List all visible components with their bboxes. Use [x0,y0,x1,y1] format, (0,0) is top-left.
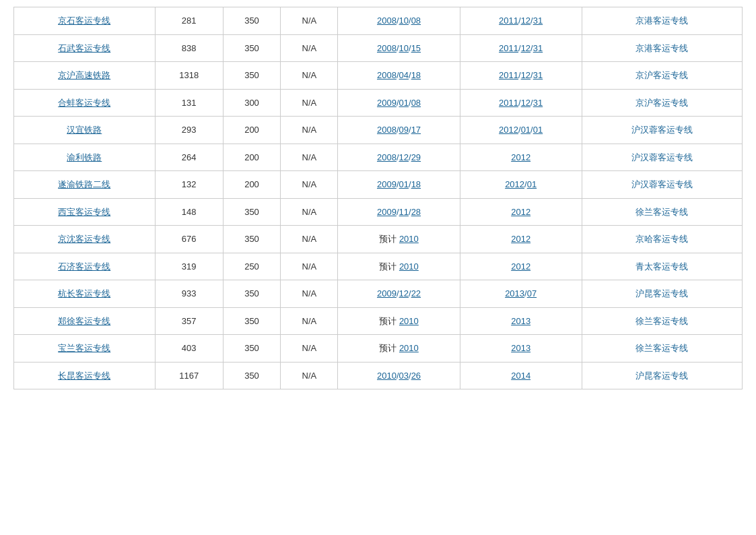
table-row: 遂渝铁路二线 132 200 N/A 2009/01/18 2012/01 沪汉… [14,171,743,199]
railway-length: 281 [155,7,223,35]
railway-length: 264 [155,144,223,171]
railway-line[interactable]: 沪昆客运专线 [582,362,742,389]
table-row: 长昆客运专线 1167 350 N/A 2010/03/26 2014 沪昆客运… [14,362,743,389]
start-date[interactable]: 2009/12/22 [338,280,460,308]
table-row: 杭长客运专线 933 350 N/A 2009/12/22 2013/07 沪昆… [14,280,743,308]
end-date[interactable]: 2014 [460,362,582,389]
railway-stations: N/A [281,89,338,117]
railway-stations: N/A [281,7,338,35]
railway-stations: N/A [281,280,338,308]
railway-name[interactable]: 渝利铁路 [14,144,156,171]
start-date[interactable]: 预计 2010 [338,307,460,335]
railway-name[interactable]: 石济客运专线 [14,253,156,280]
railway-speed: 200 [223,117,280,144]
railway-name[interactable]: 宝兰客运专线 [14,335,156,363]
railway-line[interactable]: 京哈客运专线 [582,226,742,253]
railway-name[interactable]: 京沪高速铁路 [14,62,156,90]
railway-stations: N/A [281,198,338,226]
railway-length: 403 [155,335,223,363]
railway-table: 京石客运专线 281 350 N/A 2008/10/08 2011/12/31… [13,7,743,389]
table-row: 京沈客运专线 676 350 N/A 预计 2010 2012 京哈客运专线 [14,226,743,253]
railway-stations: N/A [281,335,338,363]
railway-stations: N/A [281,307,338,335]
main-container: 京石客运专线 281 350 N/A 2008/10/08 2011/12/31… [0,0,756,396]
railway-length: 676 [155,226,223,253]
railway-line[interactable]: 徐兰客运专线 [582,335,742,363]
start-date[interactable]: 2008/10/15 [338,34,460,62]
table-row: 汉宜铁路 293 200 N/A 2008/09/17 2012/01/01 沪… [14,117,743,144]
railway-length: 933 [155,280,223,308]
railway-line[interactable]: 京港客运专线 [582,7,742,35]
start-date[interactable]: 预计 2010 [338,226,460,253]
railway-speed: 350 [223,198,280,226]
railway-name[interactable]: 遂渝铁路二线 [14,171,156,199]
railway-name[interactable]: 京沈客运专线 [14,226,156,253]
end-date[interactable]: 2013 [460,307,582,335]
railway-length: 132 [155,171,223,199]
railway-speed: 350 [223,280,280,308]
start-date[interactable]: 2008/12/29 [338,144,460,171]
table-row: 石济客运专线 319 250 N/A 预计 2010 2012 青太客运专线 [14,253,743,280]
railway-name[interactable]: 石武客运专线 [14,34,156,62]
railway-speed: 250 [223,253,280,280]
start-date[interactable]: 2009/01/08 [338,89,460,117]
railway-length: 357 [155,307,223,335]
railway-line[interactable]: 京沪客运专线 [582,62,742,90]
railway-line[interactable]: 徐兰客运专线 [582,198,742,226]
railway-line[interactable]: 沪汉蓉客运专线 [582,117,742,144]
railway-line[interactable]: 青太客运专线 [582,253,742,280]
railway-length: 1167 [155,362,223,389]
railway-speed: 350 [223,7,280,35]
table-row: 渝利铁路 264 200 N/A 2008/12/29 2012 沪汉蓉客运专线 [14,144,743,171]
railway-name[interactable]: 合蚌客运专线 [14,89,156,117]
railway-line[interactable]: 沪汉蓉客运专线 [582,144,742,171]
railway-line[interactable]: 沪汉蓉客运专线 [582,171,742,199]
railway-name[interactable]: 汉宜铁路 [14,117,156,144]
end-date[interactable]: 2011/12/31 [460,89,582,117]
railway-name[interactable]: 西宝客运专线 [14,198,156,226]
end-date[interactable]: 2012/01/01 [460,117,582,144]
railway-speed: 300 [223,89,280,117]
railway-speed: 350 [223,307,280,335]
railway-name[interactable]: 郑徐客运专线 [14,307,156,335]
table-row: 宝兰客运专线 403 350 N/A 预计 2010 2013 徐兰客运专线 [14,335,743,363]
end-date[interactable]: 2011/12/31 [460,7,582,35]
end-date[interactable]: 2012 [460,198,582,226]
railway-name[interactable]: 长昆客运专线 [14,362,156,389]
start-date[interactable]: 2008/10/08 [338,7,460,35]
railway-stations: N/A [281,144,338,171]
end-date[interactable]: 2011/12/31 [460,62,582,90]
railway-line[interactable]: 京港客运专线 [582,34,742,62]
start-date[interactable]: 2009/11/28 [338,198,460,226]
railway-length: 148 [155,198,223,226]
start-date[interactable]: 2008/04/18 [338,62,460,90]
table-row: 合蚌客运专线 131 300 N/A 2009/01/08 2011/12/31… [14,89,743,117]
start-date[interactable]: 预计 2010 [338,335,460,363]
start-date[interactable]: 2008/09/17 [338,117,460,144]
end-date[interactable]: 2012/01 [460,171,582,199]
railway-line[interactable]: 徐兰客运专线 [582,307,742,335]
end-date[interactable]: 2013 [460,335,582,363]
end-date[interactable]: 2012 [460,144,582,171]
end-date[interactable]: 2013/07 [460,280,582,308]
railway-stations: N/A [281,362,338,389]
table-row: 石武客运专线 838 350 N/A 2008/10/15 2011/12/31… [14,34,743,62]
railway-length: 131 [155,89,223,117]
end-date[interactable]: 2012 [460,226,582,253]
railway-speed: 200 [223,171,280,199]
end-date[interactable]: 2012 [460,253,582,280]
railway-line[interactable]: 沪昆客运专线 [582,280,742,308]
railway-line[interactable]: 京沪客运专线 [582,89,742,117]
railway-length: 319 [155,253,223,280]
railway-name[interactable]: 杭长客运专线 [14,280,156,308]
start-date[interactable]: 2010/03/26 [338,362,460,389]
table-row: 西宝客运专线 148 350 N/A 2009/11/28 2012 徐兰客运专… [14,198,743,226]
railway-length: 293 [155,117,223,144]
railway-speed: 350 [223,335,280,363]
railway-speed: 350 [223,226,280,253]
end-date[interactable]: 2011/12/31 [460,34,582,62]
start-date[interactable]: 预计 2010 [338,253,460,280]
railway-name[interactable]: 京石客运专线 [14,7,156,35]
start-date[interactable]: 2009/01/18 [338,171,460,199]
railway-stations: N/A [281,226,338,253]
